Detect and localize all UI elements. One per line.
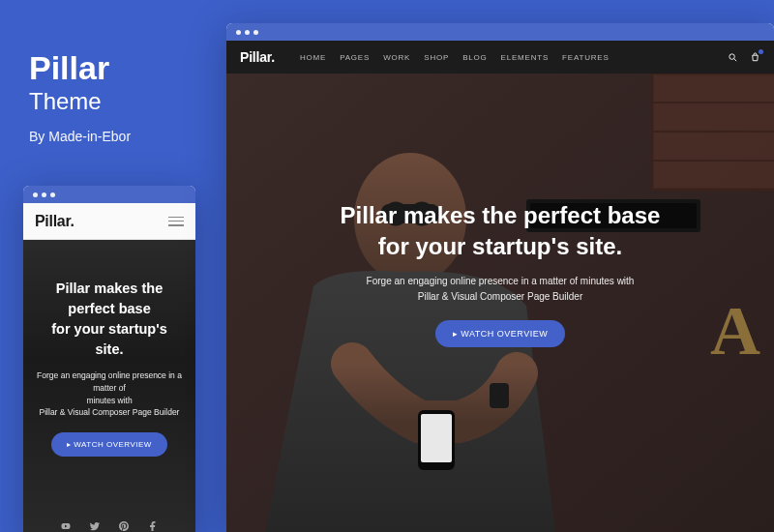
headline-line: Pillar makes the xyxy=(56,281,163,296)
hero-tagline: Forge an engaging online presence in a m… xyxy=(341,274,661,305)
window-dot-icon xyxy=(245,30,250,35)
hero-content: Pillar makes the perfect base for your s… xyxy=(341,200,661,348)
svg-rect-14 xyxy=(421,414,452,462)
nav-link-work[interactable]: WORK xyxy=(383,53,410,62)
window-dot-icon xyxy=(50,192,55,197)
headline-line: for your startup's site. xyxy=(378,233,622,259)
window-titlebar xyxy=(23,186,195,203)
social-icons-row xyxy=(23,518,195,530)
promo-subtitle: Theme xyxy=(29,88,131,115)
watch-overview-button[interactable]: ▸ WATCH OVERVIEW xyxy=(51,432,167,457)
tagline-line: Forge an engaging online presence in a m… xyxy=(367,276,635,286)
tagline-line: Pillar & Visual Composer Page Builder xyxy=(40,407,180,417)
tagline-line: Forge an engaging online presence in a m… xyxy=(37,370,182,393)
mobile-preview-window: Pillar. Pillar makes the perfect base fo… xyxy=(23,186,195,532)
window-titlebar xyxy=(226,23,774,41)
nav-link-features[interactable]: FEATURES xyxy=(562,53,609,62)
window-dot-icon xyxy=(236,30,241,35)
svg-point-0 xyxy=(729,53,735,59)
headline-line: Pillar makes the perfect base xyxy=(341,202,661,228)
cart-icon[interactable] xyxy=(750,52,760,63)
headline-line: for your startup's site. xyxy=(51,321,166,357)
facebook-icon[interactable] xyxy=(147,518,159,530)
nav-menu: HOME PAGES WORK SHOP BLOG ELEMENTS FEATU… xyxy=(300,53,610,62)
promo-title-block: Pillar Theme By Made-in-Ebor xyxy=(29,50,131,144)
twitter-icon[interactable] xyxy=(89,518,101,530)
tagline-line: Pillar & Visual Composer Page Builder xyxy=(418,291,582,302)
hero-headline: Pillar makes the perfect base for your s… xyxy=(37,279,182,360)
nav-link-elements[interactable]: ELEMENTS xyxy=(501,53,550,62)
youtube-icon[interactable] xyxy=(60,518,72,530)
window-dot-icon xyxy=(253,30,258,35)
hero-tagline: Forge an engaging online presence in a m… xyxy=(37,369,182,419)
hamburger-menu-icon[interactable] xyxy=(168,217,184,226)
promo-title: Pillar xyxy=(29,50,131,86)
nav-link-pages[interactable]: PAGES xyxy=(340,53,370,62)
search-icon[interactable] xyxy=(728,52,738,63)
nav-link-blog[interactable]: BLOG xyxy=(462,53,487,62)
mobile-hero: Pillar makes the perfect base for your s… xyxy=(23,240,195,532)
nav-link-shop[interactable]: SHOP xyxy=(424,53,449,62)
pinterest-icon[interactable] xyxy=(118,518,130,530)
svg-rect-15 xyxy=(490,383,509,408)
window-dot-icon xyxy=(33,192,38,197)
desktop-preview-window: Pillar. HOME PAGES WORK SHOP BLOG ELEMEN… xyxy=(226,23,774,532)
nav-icons xyxy=(728,52,760,63)
svg-line-1 xyxy=(734,58,737,61)
desktop-navbar: Pillar. HOME PAGES WORK SHOP BLOG ELEMEN… xyxy=(226,41,774,74)
promo-author: By Made-in-Ebor xyxy=(29,129,131,144)
hero-headline: Pillar makes the perfect base for your s… xyxy=(341,200,661,263)
mobile-header: Pillar. xyxy=(23,203,195,240)
site-logo[interactable]: Pillar. xyxy=(240,49,275,65)
tagline-line: minutes with xyxy=(86,396,132,405)
watch-overview-button[interactable]: ▸ WATCH OVERVIEW xyxy=(435,320,565,347)
nav-link-home[interactable]: HOME xyxy=(300,53,326,62)
svg-text:A: A xyxy=(710,292,760,369)
site-logo[interactable]: Pillar. xyxy=(35,213,74,230)
headline-line: perfect base xyxy=(68,301,150,316)
window-dot-icon xyxy=(42,192,46,197)
desktop-hero: A Pillar makes the perfect base for your… xyxy=(226,74,774,532)
